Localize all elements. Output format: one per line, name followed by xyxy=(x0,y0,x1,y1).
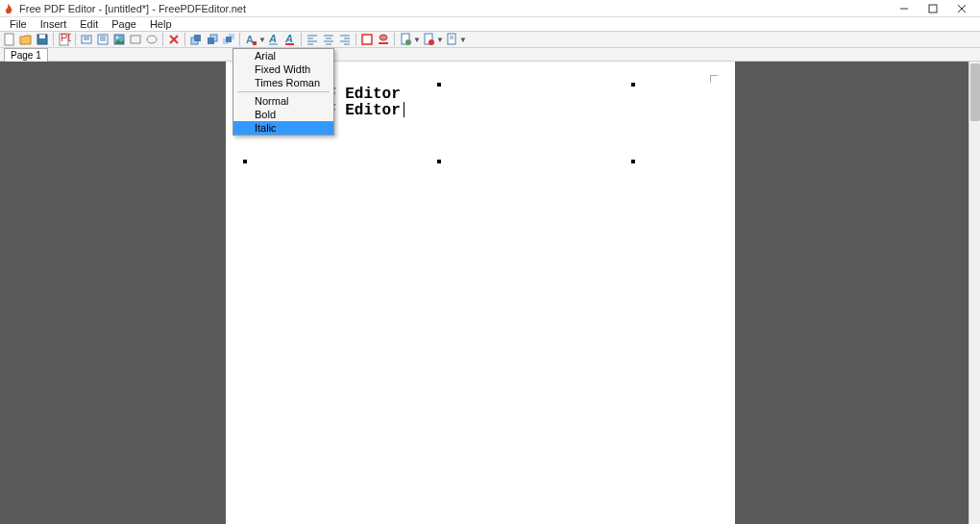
insert-rectangle-button[interactable] xyxy=(128,32,143,47)
font-button[interactable]: A xyxy=(243,32,258,47)
selection-handle[interactable] xyxy=(437,83,441,87)
svg-rect-48 xyxy=(364,37,370,42)
align-center-button[interactable] xyxy=(321,32,336,47)
create-pdf-button[interactable]: PDF xyxy=(57,32,72,47)
menu-page[interactable]: Page xyxy=(106,17,142,31)
underline-button[interactable]: A xyxy=(266,32,282,47)
selection-handle[interactable] xyxy=(631,83,635,87)
font-option-times-roman[interactable]: Times Roman xyxy=(233,76,333,89)
toolbar: PDF A ▼ A A ▼ ▼ ▼ xyxy=(0,31,980,48)
font-color-button[interactable]: A xyxy=(282,32,298,47)
insert-text-multiline-button[interactable] xyxy=(95,32,110,47)
menubar: File Insert Edit Page Help xyxy=(0,17,980,31)
minimize-button[interactable] xyxy=(890,0,919,17)
page-tab[interactable]: Page 1 xyxy=(4,48,48,62)
fill-color-button[interactable] xyxy=(376,32,391,47)
style-option-normal[interactable]: Normal xyxy=(233,94,333,108)
close-button[interactable] xyxy=(947,0,976,17)
window-title: Free PDF Editor - [untitled*] - FreePDFE… xyxy=(19,3,890,14)
svg-rect-50 xyxy=(379,42,388,44)
open-button[interactable] xyxy=(18,32,34,47)
svg-point-17 xyxy=(116,37,119,39)
svg-text:A: A xyxy=(246,34,254,45)
insert-image-button[interactable] xyxy=(111,32,127,47)
titlebar: Free PDF Editor - [untitled*] - FreePDFE… xyxy=(0,0,980,17)
style-option-bold[interactable]: Bold xyxy=(233,108,333,121)
svg-point-52 xyxy=(405,39,411,45)
svg-point-54 xyxy=(429,39,434,45)
separator xyxy=(239,33,240,46)
separator xyxy=(75,33,76,46)
maximize-button[interactable] xyxy=(919,0,947,17)
page-setup-button[interactable] xyxy=(398,32,413,47)
options-dropdown-icon[interactable]: ▼ xyxy=(460,36,466,44)
style-option-italic[interactable]: Italic xyxy=(233,121,333,135)
svg-text:PDF: PDF xyxy=(61,33,71,43)
menu-edit[interactable]: Edit xyxy=(74,17,104,31)
page-setup-dropdown-icon[interactable]: ▼ xyxy=(414,36,420,44)
corner-marker xyxy=(710,75,718,83)
new-button[interactable] xyxy=(2,32,17,47)
separator xyxy=(301,33,302,46)
document-text-line2[interactable]: F Editor xyxy=(327,102,401,119)
svg-rect-34 xyxy=(285,43,294,45)
insert-text-button[interactable] xyxy=(79,32,94,47)
selection-handle[interactable] xyxy=(631,160,635,163)
pagebar: Page 1 xyxy=(0,48,980,62)
menu-file[interactable]: File xyxy=(4,17,33,31)
bring-forward-button[interactable] xyxy=(188,32,204,47)
page-remove-dropdown-icon[interactable]: ▼ xyxy=(437,36,443,44)
font-option-arial[interactable]: Arial xyxy=(233,49,333,62)
document-text-line1[interactable]: F Editor xyxy=(327,86,401,103)
page-remove-button[interactable] xyxy=(421,32,436,47)
workspace: F Editor F Editor xyxy=(0,62,980,524)
svg-rect-1 xyxy=(929,5,937,12)
align-right-button[interactable] xyxy=(337,32,353,47)
separator xyxy=(355,33,356,46)
svg-rect-25 xyxy=(208,37,214,44)
font-dropdown: Arial Fixed Width Times Roman Normal Bol… xyxy=(233,48,334,136)
font-dropdown-icon[interactable]: ▼ xyxy=(259,36,265,44)
options-button[interactable] xyxy=(444,32,459,47)
insert-ellipse-button[interactable] xyxy=(144,32,159,47)
selection-handle[interactable] xyxy=(243,160,247,163)
text-cursor xyxy=(404,102,404,117)
svg-text:A: A xyxy=(284,33,293,44)
font-option-fixed-width[interactable]: Fixed Width xyxy=(233,62,333,76)
delete-button[interactable] xyxy=(166,32,182,47)
separator xyxy=(53,33,54,46)
svg-rect-6 xyxy=(39,35,45,38)
dropdown-separator xyxy=(237,91,330,92)
menu-help[interactable]: Help xyxy=(144,17,178,31)
separator xyxy=(394,33,395,46)
svg-point-19 xyxy=(147,36,157,43)
send-backward-button[interactable] xyxy=(205,32,220,47)
svg-rect-30 xyxy=(253,41,257,45)
bring-front-button[interactable] xyxy=(221,32,236,47)
svg-rect-23 xyxy=(194,35,201,41)
svg-point-49 xyxy=(380,35,387,40)
align-left-button[interactable] xyxy=(305,32,320,47)
svg-rect-28 xyxy=(226,37,232,42)
app-icon xyxy=(4,3,15,14)
scrollbar-thumb[interactable] xyxy=(970,63,980,121)
border-color-button[interactable] xyxy=(359,32,375,47)
save-button[interactable] xyxy=(35,32,50,47)
separator xyxy=(184,33,185,46)
vertical-scrollbar[interactable] xyxy=(968,62,980,524)
separator xyxy=(162,33,163,46)
svg-rect-4 xyxy=(5,34,13,45)
selection-handle[interactable] xyxy=(437,160,441,163)
menu-insert[interactable]: Insert xyxy=(35,17,73,31)
svg-rect-18 xyxy=(131,36,140,43)
svg-text:A: A xyxy=(268,33,277,44)
